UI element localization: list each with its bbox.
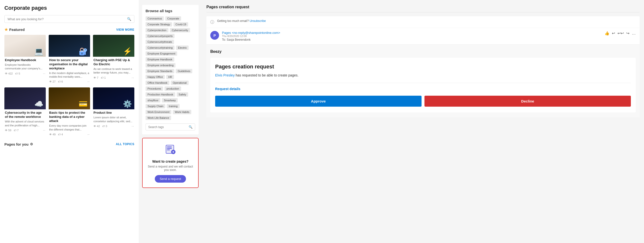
tag-item[interactable]: Safety	[177, 92, 188, 97]
view-more-link[interactable]: VIEW MORE	[116, 28, 134, 32]
card-description: Lorem ipsum dolor sit amet, consetetur s…	[94, 116, 134, 123]
requester-link[interactable]: Elvis Presley	[215, 73, 234, 77]
tag-item[interactable]: Operational	[171, 80, 188, 85]
card-item[interactable]: How to secure your organisation in the d…	[49, 35, 90, 84]
email-actions: 👍 ↩ ↩↩ ↪ …	[604, 31, 636, 36]
card-title: Cybersecurity in the age of the remote w…	[5, 111, 45, 119]
email-body-card: Pages creation request Elvis Presley has…	[210, 58, 636, 112]
svg-rect-1	[167, 146, 172, 147]
send-request-button[interactable]: Send a request	[155, 175, 186, 182]
sender-name: Pages <no-reply@sharepointonline.com>	[222, 31, 602, 34]
more-actions-icon[interactable]: …	[632, 31, 636, 36]
card-views: 👁 422	[5, 72, 13, 75]
create-pages-box: Want to create pages? Send a request and…	[142, 138, 198, 188]
card-image	[93, 35, 134, 57]
tag-item[interactable]: shopfloor	[146, 98, 160, 102]
divider	[215, 83, 631, 83]
all-topics-link[interactable]: ALL TOPICS	[116, 142, 134, 146]
decline-button[interactable]: Decline	[424, 96, 631, 107]
tag-item[interactable]: training	[167, 104, 180, 108]
card-item[interactable]: Charging with PSE Up & Go Electric As we…	[93, 35, 134, 84]
card-image	[93, 88, 134, 109]
tag-item[interactable]: Corporate	[165, 16, 181, 21]
card-more-button[interactable]: ···	[88, 133, 90, 136]
tag-item[interactable]: Employee Engagement	[146, 52, 177, 56]
featured-label: Featured	[9, 28, 24, 32]
card-views: 👁 42	[94, 125, 100, 128]
search-bar[interactable]: 🔍	[4, 15, 134, 23]
card-item[interactable]: Employee Handbook Employee handbooks com…	[4, 35, 46, 84]
card-tags: 🏷 7	[14, 129, 18, 132]
search-tags-bar[interactable]: 🔍	[146, 124, 195, 130]
tag-item[interactable]: HR	[166, 75, 174, 79]
search-tags-icon: 🔍	[188, 125, 192, 129]
tag-item[interactable]: Covid-19	[174, 22, 188, 26]
card-item[interactable]: Cybersecurity in the age of the remote w…	[4, 88, 46, 137]
search-tags-input[interactable]	[148, 126, 188, 129]
approve-button[interactable]: Approve	[215, 96, 422, 107]
email-to: To: Sasja Beerendonk	[222, 38, 602, 42]
card-title: Basic tips to protect the banking data o…	[49, 111, 90, 123]
card-views: 👁 7	[94, 76, 98, 79]
card-more-button[interactable]: ···	[43, 72, 45, 75]
alert-icon: ⓘ	[210, 20, 214, 25]
tag-item[interactable]: Guidelines	[176, 69, 192, 73]
tag-item[interactable]: Employee Handbook	[146, 57, 174, 62]
forward-icon[interactable]: ↪	[626, 31, 630, 36]
card-tags: 🏷 3	[102, 125, 107, 128]
tag-item[interactable]: Work Habits	[173, 110, 191, 114]
card-item[interactable]: Basic tips to protect the banking data o…	[49, 88, 90, 137]
card-more-button[interactable]: ···	[132, 125, 134, 128]
tag-item[interactable]: Cybersecurityexperts	[146, 34, 174, 38]
create-pages-icon	[146, 143, 194, 157]
tag-item[interactable]: Coronavirus	[146, 16, 164, 21]
tag-item[interactable]: Work Environment	[146, 110, 171, 114]
email-body-title: Pages creation request	[215, 64, 631, 70]
tag-item[interactable]: Employee Standards	[146, 69, 174, 73]
card-more-button[interactable]: ···	[43, 129, 45, 132]
tag-item[interactable]: Cybersecuritythreats	[146, 40, 174, 44]
card-more-button[interactable]: ···	[88, 80, 90, 83]
card-item[interactable]: Product line Lorem ipsum dolor sit amet,…	[93, 88, 134, 137]
thumbs-up-icon[interactable]: 👍	[604, 31, 610, 36]
create-pages-desc: Send a request and we will contact you s…	[146, 165, 194, 172]
search-input[interactable]	[8, 17, 127, 21]
tag-item[interactable]: Corporate Strategy	[146, 22, 172, 26]
tag-item[interactable]: Happy Office	[146, 75, 165, 79]
card-more-button[interactable]: ···	[132, 76, 134, 79]
card-tags: 🏷 1	[101, 76, 106, 79]
tag-item[interactable]: Work Life Balance	[146, 116, 171, 120]
card-title: Product line	[94, 111, 134, 115]
tag-item[interactable]: Cybersecurity	[170, 28, 190, 32]
gear-icon[interactable]: ⚙	[30, 142, 33, 146]
featured-title: ★ Featured	[4, 27, 24, 32]
tag-item[interactable]: production	[164, 86, 181, 91]
tag-item[interactable]: Electric	[176, 46, 188, 50]
tag-item[interactable]: Production Handbook	[146, 92, 175, 97]
pages-for-you-title: Pages for you ⚙	[4, 142, 33, 146]
email-container: ⓘ Getting too much email? Unsubscribe P …	[206, 16, 640, 117]
tag-item[interactable]: Supply Chain	[146, 104, 165, 108]
email-content: Beezy Pages creation request Elvis Presl…	[206, 44, 640, 117]
reply-icon[interactable]: ↩	[612, 31, 615, 36]
card-description: Employee handbooks communicate your comp…	[5, 63, 45, 70]
unsubscribe-link[interactable]: Unsubscribe	[250, 19, 266, 23]
card-meta: 👁 422 🏷 5 ···	[5, 72, 45, 75]
featured-header: ★ Featured VIEW MORE	[4, 27, 134, 32]
pages-for-you-label: Pages for you	[4, 142, 28, 146]
tag-item[interactable]: Cyberprotection	[146, 28, 168, 32]
tag-item[interactable]: Smartway	[162, 98, 178, 102]
tag-item[interactable]: Procedures	[146, 86, 163, 91]
card-description: In the modern digital workplace, a mobil…	[49, 71, 90, 79]
middle-panel: Browse all tags CoronavirusCorporateCorp…	[139, 0, 202, 243]
tag-item[interactable]: Employee onboarding	[146, 63, 176, 68]
card-body: Charging with PSE Up & Go Electric As we…	[93, 57, 134, 80]
svg-rect-6	[173, 151, 174, 153]
request-details-label: Request details	[215, 87, 631, 91]
svg-rect-3	[167, 150, 170, 150]
tag-item[interactable]: Office Handbook	[146, 80, 170, 85]
tag-item[interactable]: Cybersecuritytraining	[146, 46, 174, 50]
card-body: Employee Handbook Employee handbooks com…	[4, 57, 46, 76]
card-title: Charging with PSE Up & Go Electric	[94, 58, 134, 66]
reply-all-icon[interactable]: ↩↩	[618, 31, 624, 36]
